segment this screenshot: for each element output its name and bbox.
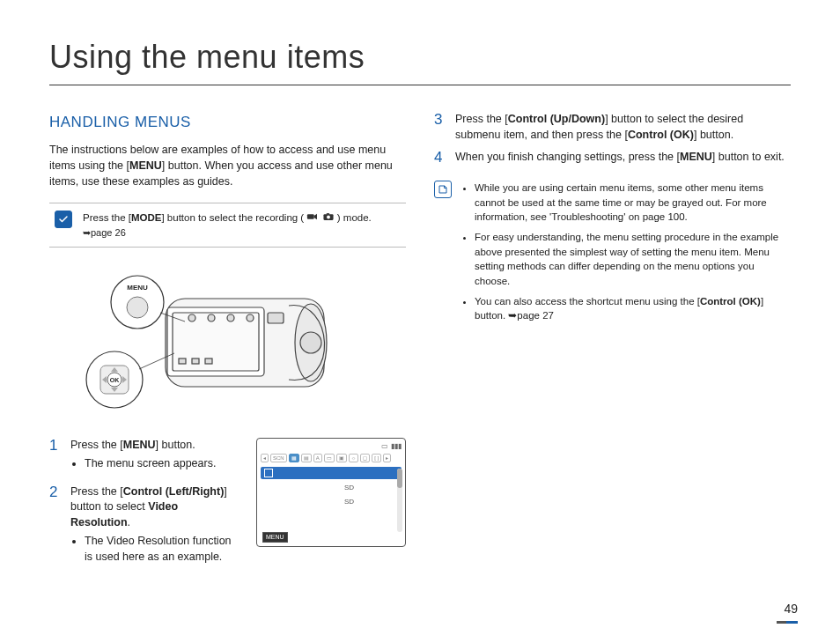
step-2: 2 Press the [Control (Left/Right)] butto… (49, 484, 240, 573)
note-item: For easy understanding, the menu setting… (475, 230, 791, 289)
step-number: 2 (49, 484, 62, 573)
note-box: While you are using certain menu items, … (434, 181, 791, 329)
step-number: 3 (434, 112, 446, 143)
menu-row: SD (261, 481, 402, 493)
tip-box: Press the [MODE] button to select the re… (49, 203, 406, 248)
svg-rect-0 (307, 215, 314, 220)
step-4: 4 When you finish changing settings, pre… (434, 150, 791, 166)
step-2-bullet: The Video Resolution function is used he… (85, 534, 240, 565)
step-number: 4 (434, 150, 446, 166)
menu-screenshot: ▭ ▮▮▮ ◂ SCN ▦ ▤ A ▭ ▣ ☼ ◻ [ ] ▸ (256, 438, 406, 547)
page-reference: ➥page 26 (83, 227, 126, 238)
svg-rect-13 (268, 313, 284, 323)
step-number: 1 (49, 438, 62, 479)
svg-rect-3 (326, 214, 328, 216)
intro-paragraph: The instructions below are examples of h… (49, 142, 406, 189)
svg-point-2 (327, 216, 330, 219)
camera-illustration: MENU OK (60, 263, 342, 422)
menu-callout-label: MENU (127, 284, 148, 292)
photo-mode-icon (322, 211, 335, 225)
battery-icon: ▮▮▮ (391, 441, 402, 451)
svg-rect-16 (205, 358, 212, 364)
menu-tabs: ◂ SCN ▦ ▤ A ▭ ▣ ☼ ◻ [ ] ▸ (257, 454, 405, 465)
note-item: While you are using certain menu items, … (475, 181, 791, 225)
step-1: 1 Press the [MENU] button. The menu scre… (49, 438, 240, 479)
section-heading: HANDLING MENUS (49, 112, 406, 133)
menu-row-selected (261, 467, 402, 479)
video-mode-icon (306, 211, 319, 225)
page-number: 49 (784, 601, 798, 618)
svg-point-6 (300, 332, 321, 353)
svg-point-9 (188, 314, 195, 322)
note-icon (434, 181, 452, 198)
scrollbar (397, 469, 402, 532)
svg-point-10 (208, 314, 215, 322)
step-3: 3 Press the [Control (Up/Down)] button t… (434, 112, 791, 143)
page-number-rule (777, 621, 798, 624)
check-icon (55, 211, 72, 228)
menu-button-label: MENU (262, 532, 288, 543)
svg-rect-14 (179, 358, 186, 364)
svg-point-12 (247, 314, 254, 322)
svg-rect-15 (192, 358, 199, 364)
menu-row: SD (261, 495, 402, 507)
note-item: You can also access the shortcut menu us… (475, 294, 791, 323)
ok-callout-label: OK (110, 377, 120, 383)
svg-point-18 (127, 297, 148, 318)
page-title: Using the menu items (49, 35, 791, 85)
step-1-bullet: The menu screen appears. (85, 456, 240, 472)
card-icon: ▭ (381, 441, 388, 451)
svg-point-11 (227, 314, 234, 322)
